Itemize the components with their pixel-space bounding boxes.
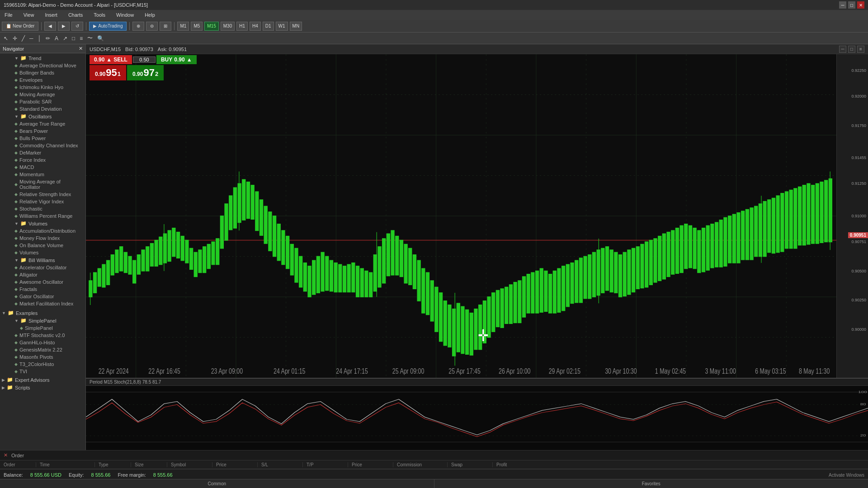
nav-item-accum[interactable]: ◆ Accumulation/Distribution <box>0 227 85 235</box>
price-scale: 0.92250 0.92000 0.91750 0.91455 0.91250 … <box>836 54 868 378</box>
timeframe-mn[interactable]: MN <box>290 22 302 31</box>
nav-item-mfi[interactable]: ◆ Money Flow Index <box>0 235 85 242</box>
text-tool[interactable]: A <box>53 33 60 43</box>
menu-help[interactable]: Help <box>142 11 158 19</box>
vline-tool[interactable]: │ <box>36 33 43 43</box>
nav-item-macd[interactable]: ◆ MACD <box>0 164 85 171</box>
wave-tool[interactable]: 〜 <box>85 33 94 43</box>
nav-item-volumes[interactable]: ◆ Volumes <box>0 249 85 256</box>
nav-item-gannhilo[interactable]: ◆ GannHiLo-Histo <box>0 339 85 346</box>
nav-item-cci[interactable]: ◆ Commodity Channel Index <box>0 142 85 149</box>
nav-item-envelopes[interactable]: ◆ Envelopes <box>0 76 85 84</box>
menu-insert[interactable]: Insert <box>42 11 60 19</box>
simple-panel-group[interactable]: ▼ 📁 SimplePanel <box>0 317 85 324</box>
nav-item-mtf[interactable]: ◆ MTF Stochastic v2.0 <box>0 332 85 339</box>
back-button[interactable]: ◀ <box>44 22 56 31</box>
nav-item-ma[interactable]: ◆ Moving Average <box>0 91 85 98</box>
nav-item-parabolic[interactable]: ◆ Parabolic SAR <box>0 98 85 105</box>
nav-item-rsi[interactable]: ◆ Relative Strength Index <box>0 191 85 198</box>
forward-button[interactable]: ▶ <box>58 22 70 31</box>
menu-file[interactable]: File <box>2 11 15 19</box>
zoom-tool[interactable]: 🔍 <box>95 33 106 43</box>
nav-item-masonfx[interactable]: ◆ Masonfx Pivots <box>0 353 85 361</box>
menu-window[interactable]: Window <box>113 11 137 19</box>
scripts-section-header[interactable]: ▶ 📁 Scripts <box>0 384 85 391</box>
menu-view[interactable]: View <box>21 11 37 19</box>
timeframe-h1[interactable]: H1 <box>236 22 248 31</box>
buy-price-display[interactable]: 0.90 97 2 <box>127 65 164 80</box>
refresh-button[interactable]: ↺ <box>71 22 83 31</box>
trend-section-header[interactable]: ▼ 📁 Trend <box>0 54 85 62</box>
hline-tool[interactable]: ─ <box>28 33 35 43</box>
nav-item-stddev[interactable]: ◆ Standard Deviation <box>0 105 85 113</box>
nav-item-fractals[interactable]: ◆ Fractals <box>0 286 85 293</box>
nav-item-simplepanel[interactable]: ◆ SimplePanel <box>0 324 85 332</box>
timeframe-w1[interactable]: W1 <box>276 22 288 31</box>
close-panel-icon[interactable]: ✕ <box>4 452 8 458</box>
menu-charts[interactable]: Charts <box>66 11 85 19</box>
svg-rect-171 <box>737 213 740 263</box>
pencil-tool[interactable]: ✏ <box>44 33 52 43</box>
svg-rect-133 <box>571 263 574 304</box>
timeframe-h4[interactable]: H4 <box>250 22 261 31</box>
timeframe-d1[interactable]: D1 <box>263 22 274 31</box>
nav-item-mfx[interactable]: ◆ Market Facilitation Index <box>0 300 85 307</box>
nav-item-atr[interactable]: ◆ Average True Range <box>0 120 85 127</box>
nav-item-stochastic[interactable]: ◆ Stochastic <box>0 205 85 212</box>
nav-item-momentum[interactable]: ◆ Momentum <box>0 171 85 178</box>
zoom-in-button[interactable]: ⊕ <box>132 22 144 31</box>
chart-minimize-btn[interactable]: ─ <box>839 46 846 53</box>
line-tool[interactable]: ╱ <box>20 33 27 43</box>
nav-item-gator[interactable]: ◆ Gator Oscillator <box>0 293 85 300</box>
buy-button[interactable]: BUY 0.90 ▲ <box>156 55 197 64</box>
nav-item-t3[interactable]: ◆ T3_2ColorHisto <box>0 361 85 368</box>
svg-text:23 Apr 09:00: 23 Apr 09:00 <box>211 367 243 375</box>
menu-tools[interactable]: Tools <box>91 11 108 19</box>
minimize-button[interactable]: ─ <box>839 1 846 9</box>
auto-trading-button[interactable]: ▶ AutoTrading <box>89 22 127 31</box>
nav-item-tvi[interactable]: ◆ TVI <box>0 368 85 375</box>
examples-section-header[interactable]: ▼ 📁 Examples <box>0 309 85 317</box>
zoom-out-button[interactable]: ⊖ <box>146 22 158 31</box>
volumes-section-header[interactable]: ▼ 📁 Volumes <box>0 220 85 227</box>
arrow-tool[interactable]: ↗ <box>61 33 69 43</box>
nav-item-genesis[interactable]: ◆ GenesisMatrix 2.22 <box>0 346 85 353</box>
fib-tool[interactable]: ≡ <box>78 33 85 43</box>
nav-item-osma[interactable]: ◆ Moving Average of Oscillator <box>0 178 85 191</box>
nav-item-ichimoku[interactable]: ◆ Ichimoku Kinko Hyo <box>0 84 85 91</box>
nav-item-ac[interactable]: ◆ Accelerator Oscillator <box>0 264 85 271</box>
bill-williams-section-header[interactable]: ▼ 📁 Bill Williams <box>0 256 85 264</box>
svg-rect-166 <box>715 222 718 267</box>
maximize-button[interactable]: □ <box>848 1 855 9</box>
navigator-close-icon[interactable]: ✕ <box>79 46 83 52</box>
timeframe-m15[interactable]: M15 <box>204 22 218 31</box>
chart-settings-button[interactable]: ⊞ <box>160 22 171 31</box>
close-button[interactable]: ✕ <box>857 1 864 9</box>
timeframe-m1[interactable]: M1 <box>177 22 189 31</box>
svg-text:29 Apr 02:15: 29 Apr 02:15 <box>549 367 581 375</box>
cursor-tool[interactable]: ↖ <box>2 33 10 43</box>
nav-item-alligator[interactable]: ◆ Alligator <box>0 271 85 278</box>
nav-item-bears[interactable]: ◆ Bears Power <box>0 127 85 135</box>
nav-item-avg-directional[interactable]: ◆ Average Directional Move <box>0 62 85 69</box>
nav-item-wpr[interactable]: ◆ Williams Percent Range <box>0 212 85 220</box>
chart-menu-btn[interactable]: ≡ <box>857 46 864 53</box>
new-order-button[interactable]: 📋 New Order <box>2 22 38 31</box>
sell-price-display[interactable]: 0.90 95 1 <box>90 65 126 80</box>
timeframe-m30[interactable]: M30 <box>221 22 235 31</box>
rect-tool[interactable]: □ <box>70 33 77 43</box>
nav-item-force[interactable]: ◆ Force Index <box>0 156 85 164</box>
nav-item-demarker[interactable]: ◆ DeMarker <box>0 149 85 156</box>
expert-advisors-section-header[interactable]: ▶ 📁 Expert Advisors <box>0 376 85 384</box>
sell-button[interactable]: 0.90 ▲ SELL <box>90 55 132 64</box>
chart-restore-btn[interactable]: □ <box>848 46 855 53</box>
nav-item-rvi[interactable]: ◆ Relative Vigor Index <box>0 198 85 205</box>
timeframe-m5[interactable]: M5 <box>191 22 203 31</box>
lot-size-input[interactable] <box>133 56 156 63</box>
nav-item-bollinger[interactable]: ◆ Bollinger Bands <box>0 69 85 76</box>
nav-item-ao[interactable]: ◆ Awesome Oscillator <box>0 278 85 286</box>
nav-item-obv[interactable]: ◆ On Balance Volume <box>0 242 85 249</box>
oscillators-section-header[interactable]: ▼ 📁 Oscillators <box>0 113 85 120</box>
crosshair-tool[interactable]: ✛ <box>11 33 19 43</box>
nav-item-bulls[interactable]: ◆ Bulls Power <box>0 135 85 142</box>
